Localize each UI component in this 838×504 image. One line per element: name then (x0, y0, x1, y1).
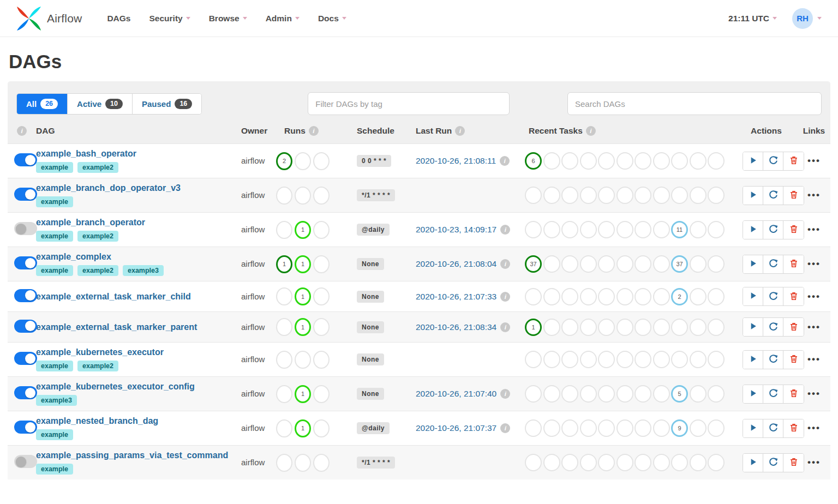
trigger-dag-button[interactable] (743, 419, 763, 437)
info-icon[interactable]: i (500, 423, 510, 433)
tab-all[interactable]: All26 (17, 94, 68, 114)
refresh-dag-button[interactable] (763, 351, 783, 369)
refresh-dag-button[interactable] (763, 287, 783, 305)
nav-item-admin[interactable]: Admin (266, 14, 300, 23)
trigger-dag-button[interactable] (743, 187, 763, 205)
refresh-dag-button[interactable] (763, 152, 783, 170)
last-run-link[interactable]: 2020-10-26, 21:08:34 (416, 322, 496, 332)
dag-tag[interactable]: example2 (77, 265, 118, 276)
trigger-dag-button[interactable] (743, 287, 763, 305)
refresh-dag-button[interactable] (763, 221, 783, 239)
trigger-dag-button[interactable] (743, 385, 763, 403)
info-icon[interactable]: i (455, 126, 465, 136)
dag-links-menu[interactable]: ••• (798, 259, 830, 269)
dag-name-link[interactable]: example_branch_operator (36, 218, 145, 227)
tab-paused[interactable]: Paused16 (133, 94, 201, 114)
dag-name-link[interactable]: example_nested_branch_dag (36, 416, 158, 426)
utc-clock-dropdown[interactable]: 21:11 UTC (728, 14, 777, 23)
dag-tag[interactable]: example (36, 265, 73, 276)
dag-links-menu[interactable]: ••• (798, 322, 830, 333)
info-icon[interactable]: i (500, 225, 510, 235)
dag-tag[interactable]: example (36, 429, 73, 440)
run-state-circle[interactable]: 1 (295, 419, 311, 437)
dag-pause-toggle[interactable] (14, 352, 37, 365)
nav-item-dags[interactable]: DAGs (107, 14, 130, 23)
dag-name-link[interactable]: example_external_task_marker_parent (36, 322, 197, 332)
recent-task-state-circle[interactable]: 2 (671, 288, 688, 305)
dag-name-link[interactable]: example_external_task_marker_child (36, 292, 191, 302)
trigger-dag-button[interactable] (743, 454, 763, 472)
refresh-dag-button[interactable] (763, 419, 783, 437)
dag-search-input[interactable] (567, 92, 822, 115)
dag-links-menu[interactable]: ••• (798, 190, 830, 201)
info-icon[interactable]: i (500, 389, 510, 399)
dag-links-menu[interactable]: ••• (798, 388, 830, 399)
dag-tag[interactable]: example3 (36, 395, 77, 406)
dag-tag[interactable]: example2 (77, 231, 118, 242)
dag-name-link[interactable]: example_kubernetes_executor_config (36, 382, 195, 392)
dag-links-menu[interactable]: ••• (798, 354, 830, 365)
refresh-dag-button[interactable] (763, 385, 783, 403)
last-run-link[interactable]: 2020-10-26, 21:08:04 (416, 259, 496, 269)
dag-links-menu[interactable]: ••• (798, 155, 830, 166)
run-state-circle[interactable]: 1 (276, 255, 292, 273)
dag-name-link[interactable]: example_bash_operator (36, 149, 136, 159)
info-icon[interactable]: i (500, 259, 510, 269)
recent-task-state-circle[interactable]: 37 (525, 255, 542, 273)
refresh-dag-button[interactable] (763, 255, 783, 273)
trigger-dag-button[interactable] (743, 318, 763, 336)
nav-item-browse[interactable]: Browse (209, 14, 247, 23)
dag-pause-toggle[interactable] (14, 222, 37, 235)
trigger-dag-button[interactable] (743, 221, 763, 239)
dag-links-menu[interactable]: ••• (798, 291, 830, 302)
dag-name-link[interactable]: example_complex (36, 252, 111, 262)
last-run-link[interactable]: 2020-10-26, 21:07:33 (416, 292, 496, 302)
nav-item-docs[interactable]: Docs (318, 14, 346, 23)
recent-task-state-circle[interactable]: 11 (671, 221, 688, 238)
tag-filter-input[interactable] (308, 92, 510, 115)
recent-task-state-circle[interactable]: 37 (671, 255, 688, 273)
dag-tag[interactable]: example (36, 361, 73, 371)
dag-name-link[interactable]: example_kubernetes_executor (36, 347, 164, 357)
dag-tag[interactable]: example (36, 196, 73, 207)
recent-task-state-circle[interactable]: 6 (525, 152, 542, 170)
dag-links-menu[interactable]: ••• (798, 457, 830, 468)
run-state-circle[interactable]: 1 (295, 318, 311, 336)
trigger-dag-button[interactable] (743, 351, 763, 369)
info-icon[interactable]: i (500, 156, 510, 166)
refresh-dag-button[interactable] (763, 187, 783, 205)
dag-pause-toggle[interactable] (14, 289, 37, 302)
run-state-circle[interactable]: 1 (295, 385, 311, 403)
dag-name-link[interactable]: example_passing_params_via_test_command (36, 451, 228, 460)
recent-task-state-circle[interactable]: 5 (671, 385, 688, 403)
info-icon[interactable]: i (17, 126, 27, 136)
recent-task-state-circle[interactable]: 1 (525, 319, 542, 336)
info-icon[interactable]: i (309, 126, 319, 136)
run-state-circle[interactable]: 1 (295, 287, 311, 305)
refresh-dag-button[interactable] (763, 318, 783, 336)
dag-pause-toggle[interactable] (14, 455, 37, 468)
nav-item-security[interactable]: Security (149, 14, 190, 23)
dag-pause-toggle[interactable] (14, 153, 37, 166)
dag-pause-toggle[interactable] (14, 188, 37, 201)
refresh-dag-button[interactable] (763, 454, 783, 472)
info-icon[interactable]: i (586, 126, 596, 136)
user-menu[interactable]: RH (792, 8, 822, 29)
dag-name-link[interactable]: example_branch_dop_operator_v3 (36, 183, 181, 193)
trigger-dag-button[interactable] (743, 255, 763, 273)
last-run-link[interactable]: 2020-10-26, 21:07:37 (416, 423, 496, 433)
dag-tag[interactable]: example2 (77, 361, 118, 371)
dag-tag[interactable]: example (36, 162, 73, 173)
recent-task-state-circle[interactable]: 9 (671, 419, 688, 437)
info-icon[interactable]: i (500, 292, 510, 302)
dag-pause-toggle[interactable] (14, 320, 37, 333)
last-run-link[interactable]: 2020-10-23, 14:09:17 (416, 225, 496, 235)
dag-tag[interactable]: example3 (123, 265, 164, 276)
dag-tag[interactable]: example (36, 464, 73, 475)
dag-pause-toggle[interactable] (14, 421, 37, 434)
dag-links-menu[interactable]: ••• (798, 224, 830, 235)
dag-tag[interactable]: example (36, 231, 73, 242)
info-icon[interactable]: i (500, 322, 510, 332)
run-state-circle[interactable]: 2 (276, 152, 292, 170)
dag-pause-toggle[interactable] (14, 256, 37, 269)
